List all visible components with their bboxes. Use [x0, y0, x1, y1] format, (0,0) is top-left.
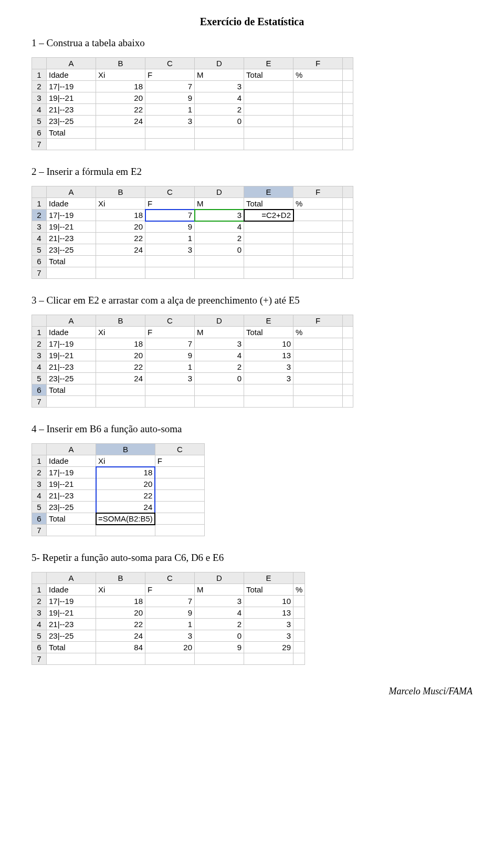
cell[interactable]: Total [47, 642, 96, 653]
col-header[interactable]: F [293, 315, 343, 327]
cell[interactable] [47, 267, 96, 279]
cell[interactable] [293, 210, 343, 221]
cell[interactable] [244, 653, 293, 665]
col-header[interactable]: C [145, 186, 195, 198]
row-header[interactable]: 4 [32, 619, 47, 630]
row-header[interactable]: 5 [32, 502, 47, 513]
cell[interactable] [343, 198, 353, 210]
cell[interactable] [195, 139, 244, 150]
cell[interactable]: Xi [96, 69, 145, 81]
cell[interactable]: 10 [244, 338, 293, 350]
row-header[interactable]: 4 [32, 361, 47, 373]
cell[interactable]: 0 [195, 244, 244, 256]
cell[interactable] [47, 525, 96, 536]
cell[interactable] [195, 127, 244, 139]
cell[interactable]: 24 [96, 116, 145, 127]
row-header[interactable]: 7 [32, 396, 47, 408]
cell[interactable]: Xi [96, 327, 145, 338]
cell[interactable]: 20 [96, 350, 145, 361]
cell[interactable]: Total [47, 256, 96, 267]
cell[interactable]: 3 [195, 596, 244, 607]
cell[interactable]: 3 [244, 619, 293, 630]
cell[interactable]: Total [47, 127, 96, 139]
cell-ref-c2[interactable]: 7 [145, 210, 195, 221]
cell[interactable] [293, 373, 343, 384]
col-header[interactable]: C [145, 572, 195, 584]
row-header[interactable]: 4 [32, 104, 47, 116]
cell[interactable]: 22 [96, 233, 145, 244]
cell[interactable] [293, 139, 343, 150]
cell-range[interactable]: 22 [96, 490, 155, 502]
corner-cell[interactable] [32, 572, 47, 584]
cell[interactable] [293, 116, 343, 127]
cell[interactable]: Total [244, 327, 293, 338]
cell[interactable]: 21|--23 [47, 361, 96, 373]
row-header[interactable]: 2 [32, 338, 47, 350]
cell[interactable]: 23|--25 [47, 244, 96, 256]
cell[interactable]: 2 [195, 104, 244, 116]
corner-cell[interactable] [32, 315, 47, 327]
col-header[interactable]: C [145, 315, 195, 327]
col-header[interactable]: A [47, 58, 96, 69]
cell[interactable] [244, 116, 293, 127]
row-header[interactable]: 4 [32, 490, 47, 502]
cell[interactable] [155, 490, 204, 502]
cell[interactable] [244, 233, 293, 244]
cell[interactable] [244, 139, 293, 150]
cell[interactable]: 17|--19 [47, 338, 96, 350]
cell[interactable]: F [145, 198, 195, 210]
col-header[interactable]: F [293, 58, 343, 69]
cell[interactable]: F [145, 327, 195, 338]
cell[interactable] [145, 256, 195, 267]
cell[interactable]: 9 [195, 642, 244, 653]
cell[interactable]: 20 [145, 642, 195, 653]
cell[interactable]: Idade [47, 455, 96, 467]
cell[interactable]: 18 [96, 81, 145, 92]
cell[interactable]: 10 [244, 596, 293, 607]
col-header[interactable]: B [96, 315, 145, 327]
cell[interactable] [293, 244, 343, 256]
cell[interactable] [343, 267, 353, 279]
col-header-selected[interactable]: B [96, 444, 155, 455]
cell[interactable] [244, 384, 293, 396]
row-header[interactable]: 6 [32, 127, 47, 139]
row-header[interactable]: 7 [32, 139, 47, 150]
col-header-partial[interactable] [343, 186, 353, 198]
cell[interactable] [244, 127, 293, 139]
cell[interactable] [343, 69, 353, 81]
cell[interactable]: 1 [145, 361, 195, 373]
cell[interactable]: 7 [145, 338, 195, 350]
row-header[interactable]: 3 [32, 350, 47, 361]
cell[interactable]: 19|--21 [47, 478, 96, 490]
cell[interactable] [145, 127, 195, 139]
cell[interactable]: 21|--23 [47, 233, 96, 244]
col-header[interactable]: E [244, 58, 293, 69]
cell[interactable]: Idade [47, 584, 96, 596]
cell[interactable] [96, 127, 145, 139]
cell[interactable]: 3 [195, 81, 244, 92]
row-header[interactable]: 1 [32, 455, 47, 467]
cell[interactable]: 3 [244, 373, 293, 384]
cell[interactable]: 4 [195, 221, 244, 233]
col-header[interactable]: B [96, 186, 145, 198]
col-header[interactable]: D [195, 58, 244, 69]
cell[interactable]: % [293, 584, 305, 596]
cell[interactable]: Xi [96, 584, 145, 596]
cell[interactable] [343, 384, 353, 396]
cell[interactable] [343, 210, 353, 221]
cell[interactable] [195, 256, 244, 267]
cell[interactable]: % [293, 327, 343, 338]
cell-range[interactable]: 24 [96, 502, 155, 513]
cell[interactable] [343, 81, 353, 92]
cell[interactable] [155, 525, 204, 536]
cell[interactable] [145, 653, 195, 665]
cell-b6-formula[interactable]: =SOMA(B2:B5) [96, 513, 155, 525]
cell[interactable] [96, 525, 155, 536]
cell[interactable] [293, 81, 343, 92]
col-header-partial[interactable] [293, 572, 305, 584]
cell[interactable]: 17|--19 [47, 596, 96, 607]
corner-cell[interactable] [32, 58, 47, 69]
cell[interactable] [293, 233, 343, 244]
cell[interactable] [343, 221, 353, 233]
cell[interactable]: F [155, 455, 204, 467]
